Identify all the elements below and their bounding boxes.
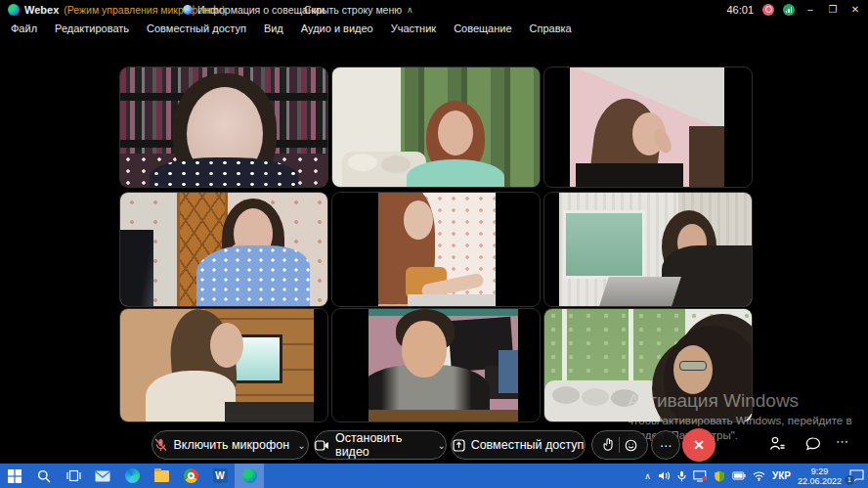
- wifi-icon[interactable]: [753, 471, 765, 481]
- stop-video-button[interactable]: Остановить видео ⌄: [314, 430, 447, 460]
- titlebar-right-group: 46:01 – ❐ ✕: [726, 0, 862, 19]
- participant-torso: [196, 245, 310, 306]
- video-tile-7[interactable]: [119, 308, 328, 422]
- participant-torso: [150, 157, 298, 187]
- video-tile-5[interactable]: [331, 192, 541, 307]
- menu-view[interactable]: Вид: [255, 22, 292, 34]
- start-button[interactable]: [0, 464, 29, 488]
- mic-muted-icon: [154, 438, 167, 452]
- share-content-button[interactable]: Совместный доступ: [451, 430, 586, 460]
- antivirus-shield-icon[interactable]: [714, 470, 725, 482]
- leave-icon: ✕: [693, 437, 705, 453]
- video-feed-2: [332, 67, 540, 187]
- edge-browser-icon[interactable]: [117, 464, 147, 488]
- display-cast-icon[interactable]: [693, 470, 707, 482]
- participant-torso: [146, 371, 236, 421]
- meeting-timer: 46:01: [726, 4, 754, 16]
- clock-date: 22.06.2022: [798, 476, 842, 486]
- search-button[interactable]: [29, 464, 59, 488]
- video-feed-8: [369, 309, 518, 421]
- language-indicator[interactable]: УКР: [772, 470, 791, 481]
- reactions-smiley-icon[interactable]: [625, 439, 637, 452]
- video-tile-4[interactable]: [119, 192, 328, 307]
- desk: [225, 402, 314, 421]
- reactions-pill: [591, 430, 648, 460]
- minimize-button[interactable]: –: [803, 4, 817, 15]
- video-feed-9: [544, 309, 752, 421]
- menu-help[interactable]: Справка: [521, 22, 581, 34]
- file-explorer-icon[interactable]: [147, 464, 176, 488]
- menu-participant[interactable]: Участник: [382, 22, 445, 34]
- video-tile-2[interactable]: [331, 67, 541, 188]
- word-app-icon[interactable]: W: [205, 464, 235, 488]
- recording-indicator-icon[interactable]: [762, 4, 774, 16]
- stop-video-label: Остановить видео: [335, 431, 430, 459]
- task-view-button[interactable]: [59, 464, 88, 488]
- maximize-button[interactable]: ❐: [826, 4, 840, 15]
- participant-face: [402, 321, 447, 377]
- unmute-button[interactable]: Включить микрофон ⌄: [152, 430, 309, 460]
- chevron-down-icon[interactable]: ⌄: [297, 440, 305, 451]
- share-label: Совместный доступ: [471, 438, 585, 452]
- menu-audio-video[interactable]: Аудио и видео: [292, 22, 382, 34]
- participant-glasses: [679, 361, 707, 371]
- chrome-browser-icon[interactable]: [176, 464, 205, 488]
- desk: [369, 410, 518, 421]
- video-tile-3[interactable]: [543, 67, 753, 188]
- menu-file[interactable]: Файл: [2, 22, 46, 34]
- laptop: [599, 277, 681, 306]
- menubar: Файл Редактировать Совместный доступ Вид…: [0, 19, 868, 38]
- leave-meeting-button[interactable]: ✕: [682, 428, 716, 462]
- notification-badge: 1: [845, 475, 854, 485]
- signal-bars-icon: [786, 7, 793, 13]
- tray-chevron-up-icon[interactable]: ∧: [644, 471, 651, 481]
- video-tile-9[interactable]: [543, 308, 753, 422]
- more-panels-icon[interactable]: ⋯: [836, 434, 849, 449]
- volume-icon[interactable]: [658, 470, 671, 481]
- webex-logo-icon: [8, 4, 20, 16]
- more-icon: ⋯: [660, 438, 673, 453]
- video-feed-3: [570, 67, 724, 187]
- video-tile-1[interactable]: [119, 67, 328, 188]
- video-tile-8[interactable]: [331, 308, 541, 422]
- furniture: [689, 126, 724, 187]
- participant-face: [438, 111, 473, 155]
- participants-panel-button[interactable]: [769, 436, 786, 451]
- mail-app-icon[interactable]: [88, 464, 117, 488]
- laptop: [408, 294, 496, 306]
- action-center-icon[interactable]: 1: [848, 469, 864, 483]
- pillows: [348, 154, 377, 171]
- video-feed-4: [120, 193, 327, 306]
- connection-quality-icon[interactable]: [783, 4, 795, 16]
- raise-hand-icon[interactable]: [603, 438, 614, 452]
- menu-share[interactable]: Совместный доступ: [138, 22, 255, 34]
- hide-menubar-label: Скрыть строку меню: [304, 4, 402, 16]
- windows-taskbar: W ∧: [0, 464, 868, 488]
- camera-icon: [315, 440, 329, 451]
- participant-torso: [576, 163, 683, 187]
- close-button[interactable]: ✕: [848, 4, 862, 15]
- blue-wall-accent: [499, 350, 518, 393]
- participant-face: [210, 323, 243, 368]
- battery-icon[interactable]: [732, 471, 746, 480]
- laptop-screen: [120, 230, 153, 306]
- meeting-info-icon: [183, 5, 193, 15]
- chevron-down-icon[interactable]: ⌄: [438, 440, 446, 451]
- titlebar: Webex (Режим управления микрофоном) Инфо…: [0, 0, 868, 19]
- microphone-tray-icon[interactable]: [677, 470, 686, 482]
- app-name: Webex: [24, 4, 59, 16]
- menu-meeting[interactable]: Совещание: [445, 22, 520, 34]
- share-screen-icon: [453, 439, 465, 452]
- window-view: [563, 210, 645, 279]
- chat-panel-button[interactable]: [805, 437, 821, 451]
- chevron-up-icon: ∧: [407, 5, 413, 15]
- webex-app-icon[interactable]: [235, 464, 264, 488]
- video-feed-6: [559, 193, 752, 306]
- divider: [619, 437, 620, 453]
- video-feed-1: [120, 67, 327, 187]
- more-options-button[interactable]: ⋯: [651, 430, 680, 460]
- menu-edit[interactable]: Редактировать: [46, 22, 138, 34]
- clock[interactable]: 9:29 22.06.2022: [798, 466, 842, 486]
- video-tile-6[interactable]: [543, 192, 753, 307]
- hide-menubar-button[interactable]: Скрыть строку меню ∧: [304, 0, 413, 19]
